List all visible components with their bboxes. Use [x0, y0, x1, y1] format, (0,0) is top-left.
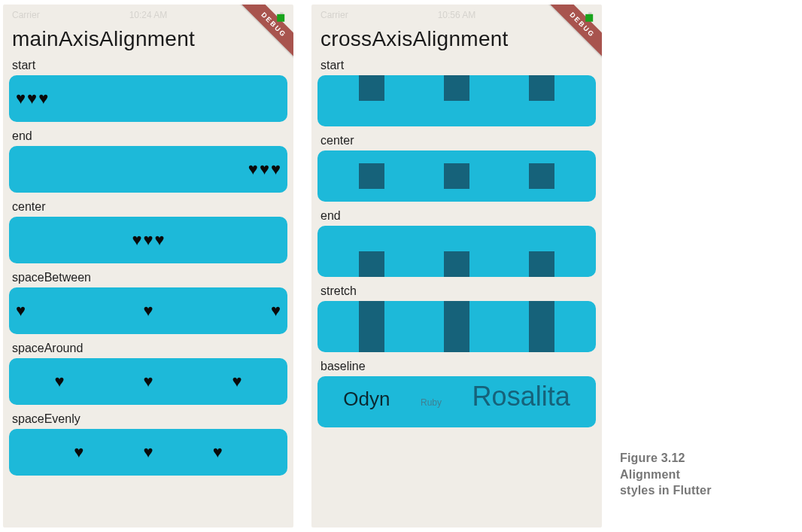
panel-center: ♥ ♥ ♥: [9, 217, 287, 263]
panel-center: [317, 150, 596, 202]
caption-title: Figure 3.12: [620, 450, 755, 467]
square-icon: [444, 75, 469, 101]
square-icon: [359, 301, 384, 352]
section-label: baseline: [320, 360, 596, 373]
heart-icon: ♥: [143, 373, 153, 390]
heart-icon: ♥: [38, 90, 48, 107]
square-icon: [359, 251, 384, 277]
carrier-label: Carrier: [320, 10, 348, 20]
section-space-around: spaceAround ♥ ♥ ♥: [9, 342, 287, 405]
section-baseline: baseline Odyn Ruby Rosalita: [317, 360, 596, 427]
section-center: center: [317, 134, 596, 202]
section-label: start: [12, 59, 287, 72]
section-label: center: [12, 200, 287, 214]
panel-start: ♥ ♥ ♥: [9, 75, 287, 122]
status-bar: Carrier 10:24 AM ▮: [9, 8, 287, 23]
heart-icon: ♥: [248, 161, 258, 178]
hearts-row: ♥ ♥ ♥: [15, 90, 281, 107]
heart-icon: ♥: [143, 302, 153, 319]
section-start: start: [317, 59, 596, 126]
phone-main-axis: Carrier 10:24 AM ▮ DEBUG mainAxisAlignme…: [3, 5, 293, 527]
heart-icon: ♥: [143, 444, 153, 461]
section-center: center ♥ ♥ ♥: [9, 200, 287, 263]
caption-line: Alignment: [620, 467, 755, 483]
section-space-between: spaceBetween ♥ ♥ ♥: [9, 271, 287, 334]
baseline-name-c: Rosalita: [472, 381, 570, 412]
section-label: end: [12, 129, 287, 143]
heart-icon: ♥: [155, 232, 165, 248]
section-end: end: [317, 209, 596, 277]
section-stretch: stretch: [317, 284, 596, 352]
heart-icon: ♥: [74, 444, 84, 461]
section-end: end ♥ ♥ ♥: [9, 129, 287, 193]
section-label: center: [320, 134, 596, 147]
square-icon: [444, 301, 469, 352]
section-label: end: [320, 209, 596, 223]
squares-row: [324, 301, 590, 352]
square-icon: [444, 163, 469, 189]
squares-row: [324, 226, 590, 277]
heart-icon: ♥: [271, 161, 281, 178]
caption-line: styles in Flutter: [620, 482, 755, 499]
hearts-row: ♥ ♥ ♥: [15, 444, 281, 461]
square-icon: [444, 251, 469, 277]
baseline-name-a: Odyn: [343, 388, 390, 411]
panel-stretch: [317, 301, 596, 352]
section-label: start: [320, 59, 596, 72]
heart-icon: ♥: [16, 90, 26, 107]
panel-end: [317, 226, 596, 277]
squares-row: [324, 75, 590, 126]
heart-icon: ♥: [260, 161, 269, 178]
section-label: stretch: [320, 284, 596, 298]
hearts-row: ♥ ♥ ♥: [15, 232, 281, 248]
square-icon: [529, 301, 554, 352]
section-start: start ♥ ♥ ♥: [9, 59, 287, 122]
phone-cross-axis: Carrier 10:56 AM ▮ DEBUG crossAxisAlignm…: [311, 5, 602, 527]
panel-space-around: ♥ ♥ ♥: [9, 358, 287, 405]
figure-caption: Figure 3.12 Alignment styles in Flutter: [620, 450, 755, 499]
hearts-row: ♥ ♥ ♥: [15, 161, 281, 178]
square-icon: [359, 163, 384, 189]
heart-icon: ♥: [271, 302, 281, 319]
square-icon: [529, 75, 554, 101]
square-icon: [529, 251, 554, 277]
panel-start: [317, 75, 596, 126]
panel-space-evenly: ♥ ♥ ♥: [9, 429, 287, 476]
page-title: crossAxisAlignment: [320, 27, 596, 51]
square-icon: [359, 75, 384, 101]
status-bar: Carrier 10:56 AM ▮: [317, 8, 596, 23]
hearts-row: ♥ ♥ ♥: [15, 373, 281, 390]
heart-icon: ♥: [213, 444, 223, 461]
section-label: spaceAround: [12, 342, 287, 355]
panel-baseline: Odyn Ruby Rosalita: [317, 376, 596, 427]
hearts-row: ♥ ♥ ♥: [15, 302, 281, 319]
panel-space-between: ♥ ♥ ♥: [9, 287, 287, 334]
section-label: spaceEvenly: [12, 412, 287, 426]
square-icon: [529, 163, 554, 189]
page-title: mainAxisAlignment: [12, 27, 287, 51]
baseline-name-b: Ruby: [421, 397, 442, 408]
section-space-evenly: spaceEvenly ♥ ♥ ♥: [9, 412, 287, 476]
heart-icon: ♥: [54, 373, 64, 390]
heart-icon: ♥: [143, 232, 153, 248]
carrier-label: Carrier: [12, 10, 40, 20]
section-label: spaceBetween: [12, 271, 287, 284]
squares-row: [324, 150, 590, 202]
baseline-row: Odyn Ruby Rosalita: [324, 376, 590, 427]
heart-icon: ♥: [27, 90, 37, 107]
heart-icon: ♥: [16, 302, 26, 319]
panel-end: ♥ ♥ ♥: [9, 146, 287, 193]
heart-icon: ♥: [132, 232, 141, 248]
heart-icon: ♥: [232, 373, 242, 390]
